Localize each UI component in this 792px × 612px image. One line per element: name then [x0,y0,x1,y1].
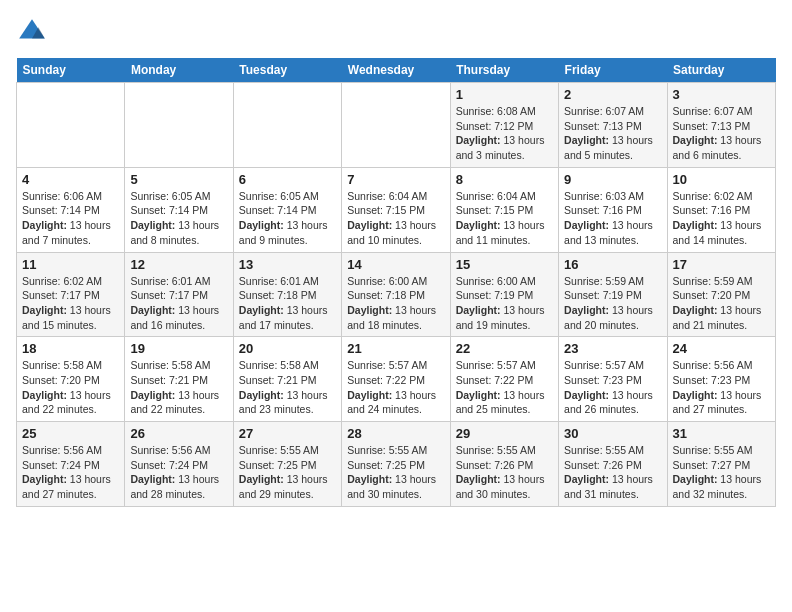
day-number: 5 [130,172,227,187]
day-number: 20 [239,341,336,356]
calendar-cell [17,83,125,168]
calendar-cell: 20Sunrise: 5:58 AMSunset: 7:21 PMDayligh… [233,337,341,422]
calendar-cell: 19Sunrise: 5:58 AMSunset: 7:21 PMDayligh… [125,337,233,422]
day-info: Sunrise: 5:55 AMSunset: 7:25 PMDaylight:… [347,443,444,502]
calendar-cell: 13Sunrise: 6:01 AMSunset: 7:18 PMDayligh… [233,252,341,337]
day-info: Sunrise: 5:58 AMSunset: 7:21 PMDaylight:… [130,358,227,417]
day-number: 12 [130,257,227,272]
day-info: Sunrise: 5:56 AMSunset: 7:23 PMDaylight:… [673,358,770,417]
day-info: Sunrise: 5:56 AMSunset: 7:24 PMDaylight:… [130,443,227,502]
day-number: 26 [130,426,227,441]
calendar-cell: 8Sunrise: 6:04 AMSunset: 7:15 PMDaylight… [450,167,558,252]
day-number: 4 [22,172,119,187]
day-number: 21 [347,341,444,356]
calendar-week-2: 4Sunrise: 6:06 AMSunset: 7:14 PMDaylight… [17,167,776,252]
calendar-header-saturday: Saturday [667,58,775,83]
day-number: 1 [456,87,553,102]
calendar-cell: 26Sunrise: 5:56 AMSunset: 7:24 PMDayligh… [125,422,233,507]
calendar-cell: 14Sunrise: 6:00 AMSunset: 7:18 PMDayligh… [342,252,450,337]
day-info: Sunrise: 6:00 AMSunset: 7:19 PMDaylight:… [456,274,553,333]
day-info: Sunrise: 6:02 AMSunset: 7:17 PMDaylight:… [22,274,119,333]
day-number: 17 [673,257,770,272]
day-info: Sunrise: 6:07 AMSunset: 7:13 PMDaylight:… [564,104,661,163]
calendar-header-wednesday: Wednesday [342,58,450,83]
calendar-header-thursday: Thursday [450,58,558,83]
calendar-cell: 17Sunrise: 5:59 AMSunset: 7:20 PMDayligh… [667,252,775,337]
day-number: 11 [22,257,119,272]
day-info: Sunrise: 6:07 AMSunset: 7:13 PMDaylight:… [673,104,770,163]
day-number: 13 [239,257,336,272]
day-number: 10 [673,172,770,187]
calendar-cell: 25Sunrise: 5:56 AMSunset: 7:24 PMDayligh… [17,422,125,507]
day-number: 23 [564,341,661,356]
day-info: Sunrise: 5:58 AMSunset: 7:21 PMDaylight:… [239,358,336,417]
calendar-cell: 31Sunrise: 5:55 AMSunset: 7:27 PMDayligh… [667,422,775,507]
calendar-cell: 23Sunrise: 5:57 AMSunset: 7:23 PMDayligh… [559,337,667,422]
calendar-week-5: 25Sunrise: 5:56 AMSunset: 7:24 PMDayligh… [17,422,776,507]
calendar-header-monday: Monday [125,58,233,83]
day-number: 24 [673,341,770,356]
day-number: 25 [22,426,119,441]
logo [16,16,54,48]
day-info: Sunrise: 5:57 AMSunset: 7:22 PMDaylight:… [456,358,553,417]
calendar-cell: 2Sunrise: 6:07 AMSunset: 7:13 PMDaylight… [559,83,667,168]
calendar-cell: 3Sunrise: 6:07 AMSunset: 7:13 PMDaylight… [667,83,775,168]
day-info: Sunrise: 5:55 AMSunset: 7:26 PMDaylight:… [456,443,553,502]
day-number: 16 [564,257,661,272]
day-info: Sunrise: 5:59 AMSunset: 7:19 PMDaylight:… [564,274,661,333]
calendar-week-3: 11Sunrise: 6:02 AMSunset: 7:17 PMDayligh… [17,252,776,337]
day-number: 27 [239,426,336,441]
day-number: 19 [130,341,227,356]
calendar-cell: 4Sunrise: 6:06 AMSunset: 7:14 PMDaylight… [17,167,125,252]
calendar-header-tuesday: Tuesday [233,58,341,83]
calendar-cell: 21Sunrise: 5:57 AMSunset: 7:22 PMDayligh… [342,337,450,422]
day-number: 2 [564,87,661,102]
day-number: 30 [564,426,661,441]
calendar-cell: 7Sunrise: 6:04 AMSunset: 7:15 PMDaylight… [342,167,450,252]
calendar-cell: 29Sunrise: 5:55 AMSunset: 7:26 PMDayligh… [450,422,558,507]
calendar-header-friday: Friday [559,58,667,83]
page-header [16,16,776,48]
calendar-cell [233,83,341,168]
day-number: 15 [456,257,553,272]
calendar-cell [342,83,450,168]
day-info: Sunrise: 6:04 AMSunset: 7:15 PMDaylight:… [347,189,444,248]
day-info: Sunrise: 6:00 AMSunset: 7:18 PMDaylight:… [347,274,444,333]
day-number: 28 [347,426,444,441]
calendar-cell: 15Sunrise: 6:00 AMSunset: 7:19 PMDayligh… [450,252,558,337]
day-number: 31 [673,426,770,441]
day-info: Sunrise: 5:56 AMSunset: 7:24 PMDaylight:… [22,443,119,502]
day-number: 22 [456,341,553,356]
day-info: Sunrise: 5:55 AMSunset: 7:25 PMDaylight:… [239,443,336,502]
day-info: Sunrise: 5:57 AMSunset: 7:23 PMDaylight:… [564,358,661,417]
day-info: Sunrise: 5:58 AMSunset: 7:20 PMDaylight:… [22,358,119,417]
day-info: Sunrise: 6:08 AMSunset: 7:12 PMDaylight:… [456,104,553,163]
day-info: Sunrise: 6:05 AMSunset: 7:14 PMDaylight:… [130,189,227,248]
day-number: 3 [673,87,770,102]
day-number: 8 [456,172,553,187]
calendar-cell: 12Sunrise: 6:01 AMSunset: 7:17 PMDayligh… [125,252,233,337]
day-info: Sunrise: 5:55 AMSunset: 7:27 PMDaylight:… [673,443,770,502]
calendar-cell: 28Sunrise: 5:55 AMSunset: 7:25 PMDayligh… [342,422,450,507]
calendar-cell: 30Sunrise: 5:55 AMSunset: 7:26 PMDayligh… [559,422,667,507]
calendar-cell: 16Sunrise: 5:59 AMSunset: 7:19 PMDayligh… [559,252,667,337]
day-info: Sunrise: 5:57 AMSunset: 7:22 PMDaylight:… [347,358,444,417]
calendar-header-row: SundayMondayTuesdayWednesdayThursdayFrid… [17,58,776,83]
calendar-cell: 22Sunrise: 5:57 AMSunset: 7:22 PMDayligh… [450,337,558,422]
calendar-week-1: 1Sunrise: 6:08 AMSunset: 7:12 PMDaylight… [17,83,776,168]
calendar-cell: 24Sunrise: 5:56 AMSunset: 7:23 PMDayligh… [667,337,775,422]
logo-icon [16,16,48,48]
day-info: Sunrise: 6:05 AMSunset: 7:14 PMDaylight:… [239,189,336,248]
calendar-cell: 9Sunrise: 6:03 AMSunset: 7:16 PMDaylight… [559,167,667,252]
calendar-header-sunday: Sunday [17,58,125,83]
day-number: 7 [347,172,444,187]
day-number: 29 [456,426,553,441]
day-info: Sunrise: 6:06 AMSunset: 7:14 PMDaylight:… [22,189,119,248]
day-info: Sunrise: 5:55 AMSunset: 7:26 PMDaylight:… [564,443,661,502]
day-info: Sunrise: 6:02 AMSunset: 7:16 PMDaylight:… [673,189,770,248]
calendar-cell: 18Sunrise: 5:58 AMSunset: 7:20 PMDayligh… [17,337,125,422]
day-number: 18 [22,341,119,356]
day-info: Sunrise: 6:01 AMSunset: 7:18 PMDaylight:… [239,274,336,333]
day-number: 14 [347,257,444,272]
calendar-cell: 6Sunrise: 6:05 AMSunset: 7:14 PMDaylight… [233,167,341,252]
